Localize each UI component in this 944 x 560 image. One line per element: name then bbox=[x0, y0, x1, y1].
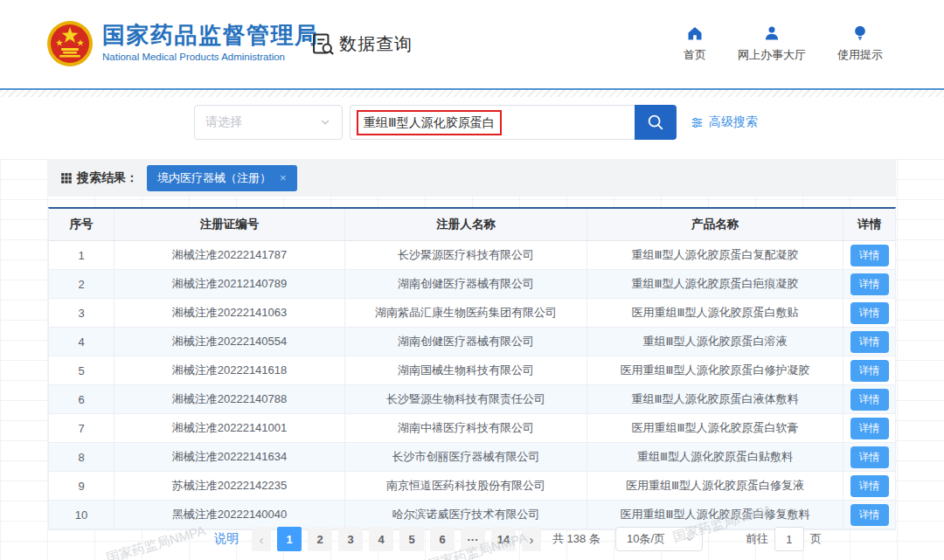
detail-button[interactable]: 详情 bbox=[850, 331, 889, 353]
detail-button[interactable]: 详情 bbox=[850, 245, 889, 266]
filter-tag[interactable]: 境内医疗器械（注册） × bbox=[147, 165, 297, 191]
cell-registrant-name: 长沙暨源生物科技有限责任公司 bbox=[344, 385, 587, 413]
cell-registration-number: 黑械注准20222140040 bbox=[114, 501, 344, 529]
col-header-detail: 详情 bbox=[843, 209, 895, 240]
cell-product-name: 重组Ⅲ型人源化胶原蛋白复配凝胶 bbox=[587, 241, 843, 269]
cell-registrant-name: 湖南创健医疗器械有限公司 bbox=[344, 270, 587, 298]
goto-prefix: 前往 bbox=[746, 531, 768, 547]
note-link[interactable]: 说明 bbox=[214, 531, 239, 547]
results-bar: 搜索结果： 境内医疗器械（注册） × bbox=[48, 159, 896, 197]
detail-button[interactable]: 详情 bbox=[850, 504, 889, 526]
cell-detail: 详情 bbox=[843, 299, 895, 327]
cell-product-name: 医用重组Ⅲ型人源化胶原蛋白软膏 bbox=[587, 414, 843, 442]
cell-product-name: 医用重组Ⅲ型人源化胶原蛋白修护凝胶 bbox=[587, 356, 843, 384]
cell-registration-number: 苏械注准20222142235 bbox=[114, 472, 344, 500]
goto-suffix: 页 bbox=[810, 531, 822, 547]
nav-item-usage-tips[interactable]: 使用提示 bbox=[837, 24, 883, 63]
page-button[interactable]: 5 bbox=[399, 527, 424, 551]
filter-tag-label: 境内医疗器械（注册） bbox=[157, 170, 271, 186]
cell-detail: 详情 bbox=[843, 241, 895, 269]
page-button[interactable]: 3 bbox=[338, 527, 363, 551]
nav-item-home[interactable]: 首页 bbox=[684, 24, 706, 63]
cell-product-name: 重组Ⅲ型人源化胶原蛋白贴敷料 bbox=[587, 443, 843, 471]
page: 国家药品监督管理局 National Medical Products Admi… bbox=[0, 0, 944, 560]
page-button[interactable]: 2 bbox=[308, 527, 332, 551]
search-query-text: 重组Ⅲ型人源化胶原蛋白 bbox=[364, 115, 495, 129]
next-page-button[interactable]: › bbox=[522, 527, 541, 551]
page-title: 数据查询 bbox=[339, 32, 413, 56]
col-header-product-name: 产品名称 bbox=[587, 209, 843, 240]
close-icon[interactable]: × bbox=[280, 172, 287, 183]
table-row: 9 苏械注准20222142235 南京恒道医药科技股份有限公司 医用重组Ⅲ型人… bbox=[49, 472, 895, 501]
nav-label: 首页 bbox=[684, 47, 706, 63]
table-row: 7 湘械注准20222141001 湖南中禧医疗科技有限公司 医用重组Ⅲ型人源化… bbox=[49, 414, 895, 443]
detail-button[interactable]: 详情 bbox=[850, 446, 889, 468]
cell-registrant-name: 湖南国械生物科技有限公司 bbox=[344, 356, 587, 384]
cell-index: 5 bbox=[49, 356, 114, 384]
search-icon bbox=[646, 113, 665, 132]
detail-button[interactable]: 详情 bbox=[850, 273, 889, 295]
table-row: 4 湘械注准20222140554 湖南创健医疗器械有限公司 重组Ⅲ型人源化胶原… bbox=[49, 328, 895, 356]
cell-registrant-name: 湖南紫晶汇康生物医药集团有限公司 bbox=[344, 299, 587, 327]
nav-label: 网上办事大厅 bbox=[738, 47, 806, 63]
page-button[interactable]: ··· bbox=[461, 527, 485, 551]
table-row: 3 湘械注准20222141063 湖南紫晶汇康生物医药集团有限公司 医用重组Ⅲ… bbox=[49, 299, 895, 328]
page-title-wrap: 数据查询 bbox=[310, 31, 413, 56]
col-header-registration-number: 注册证编号 bbox=[114, 209, 344, 240]
cell-registration-number: 湘械注准20222141063 bbox=[114, 299, 344, 327]
cell-detail: 详情 bbox=[843, 356, 895, 384]
brand-block: 国家药品监督管理局 National Medical Products Admi… bbox=[102, 23, 319, 62]
detail-button[interactable]: 详情 bbox=[850, 302, 889, 324]
results-table: 序号 注册证编号 注册人名称 产品名称 详情 1 湘械注准20222141787… bbox=[48, 207, 896, 530]
national-emblem-icon bbox=[46, 20, 94, 67]
cell-detail: 详情 bbox=[843, 443, 895, 471]
page-button[interactable]: 4 bbox=[369, 527, 393, 551]
page-button[interactable]: 14 bbox=[491, 527, 516, 551]
org-name-cn: 国家药品监督管理局 bbox=[102, 23, 319, 49]
cell-product-name: 重组Ⅲ型人源化胶原蛋白液体敷料 bbox=[587, 385, 843, 413]
cell-index: 2 bbox=[49, 270, 114, 298]
cell-index: 6 bbox=[49, 385, 114, 413]
search-input[interactable]: 重组Ⅲ型人源化胶原蛋白 bbox=[350, 105, 635, 140]
goto-page-input[interactable] bbox=[774, 527, 804, 551]
table-row: 2 湘械注准20212140789 湖南创健医疗器械有限公司 重组Ⅲ型人源化胶原… bbox=[49, 270, 895, 299]
chevron-down-icon bbox=[319, 116, 331, 128]
page-size-select[interactable]: 10条/页 bbox=[615, 527, 703, 551]
cell-detail: 详情 bbox=[843, 472, 895, 500]
cell-detail: 详情 bbox=[843, 385, 895, 413]
cell-index: 8 bbox=[49, 443, 114, 471]
cell-registrant-name: 湖南创健医疗器械有限公司 bbox=[344, 328, 587, 356]
org-name-en: National Medical Products Administration bbox=[102, 52, 319, 62]
detail-button[interactable]: 详情 bbox=[850, 475, 889, 497]
red-annotation-box: 重组Ⅲ型人源化胶原蛋白 bbox=[357, 110, 502, 135]
advanced-search-link[interactable]: 高级搜索 bbox=[691, 105, 758, 140]
cell-index: 4 bbox=[49, 328, 114, 356]
cell-registrant-name: 哈尔滨诺威医疗技术有限公司 bbox=[344, 501, 587, 529]
nav-item-online-hall[interactable]: 网上办事大厅 bbox=[738, 24, 806, 63]
total-count: 共 138 条 bbox=[552, 531, 600, 547]
cell-index: 10 bbox=[49, 501, 114, 529]
cell-registration-number: 湘械注准20222141618 bbox=[114, 356, 344, 384]
prev-page-button[interactable]: ‹ bbox=[252, 527, 271, 551]
search-button[interactable] bbox=[635, 105, 677, 140]
detail-button[interactable]: 详情 bbox=[850, 360, 889, 382]
page-button[interactable]: 6 bbox=[430, 527, 455, 551]
grid-icon bbox=[60, 172, 73, 184]
cell-registrant-name: 长沙聚源医疗科技有限公司 bbox=[344, 241, 587, 269]
chevron-down-icon bbox=[684, 534, 695, 544]
category-select[interactable]: 请选择 bbox=[194, 105, 343, 140]
cell-registrant-name: 南京恒道医药科技股份有限公司 bbox=[344, 472, 587, 500]
table-row: 1 湘械注准20222141787 长沙聚源医疗科技有限公司 重组Ⅲ型人源化胶原… bbox=[49, 241, 895, 270]
cell-registrant-name: 湖南中禧医疗科技有限公司 bbox=[344, 414, 587, 442]
table-row: 6 湘械注准20222140788 长沙暨源生物科技有限责任公司 重组Ⅲ型人源化… bbox=[49, 385, 895, 414]
top-nav: 首页 网上办事大厅 使用提示 bbox=[684, 24, 883, 63]
detail-button[interactable]: 详情 bbox=[850, 418, 889, 439]
cell-registration-number: 湘械注准20222141787 bbox=[114, 241, 344, 269]
page-button[interactable]: 1 bbox=[277, 527, 302, 551]
cell-product-name: 医用重组Ⅲ型人源化胶原蛋白修复液 bbox=[587, 472, 843, 500]
table-body: 1 湘械注准20222141787 长沙聚源医疗科技有限公司 重组Ⅲ型人源化胶原… bbox=[49, 241, 895, 529]
results-label: 搜索结果： bbox=[77, 170, 138, 186]
cell-registration-number: 湘械注准20222140788 bbox=[114, 385, 344, 413]
cell-detail: 详情 bbox=[843, 328, 895, 356]
detail-button[interactable]: 详情 bbox=[850, 389, 889, 411]
